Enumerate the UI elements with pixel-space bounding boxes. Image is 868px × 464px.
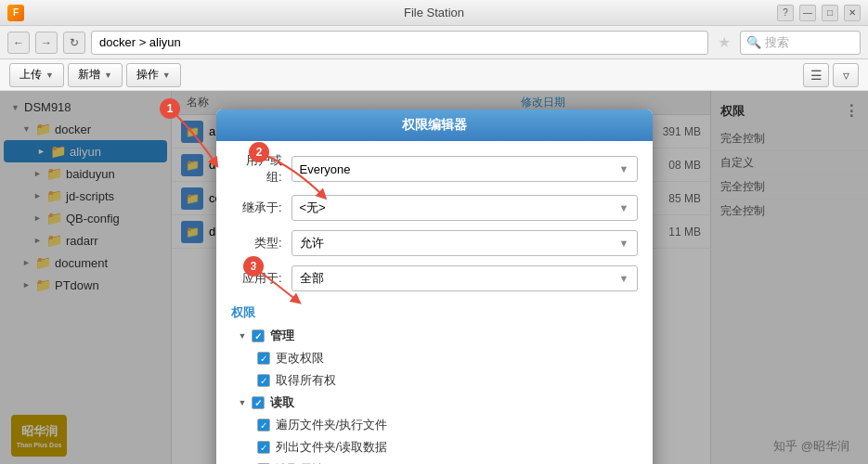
perm-item-label: 取得所有权 xyxy=(276,372,336,389)
type-label: 类型: xyxy=(231,235,291,251)
dropdown-arrow: ▼ xyxy=(619,163,629,174)
perm-group-read: ▼ ✓ 读取 ✓ 遍历文件夹/执行文件 ✓ 列出文件夹/读取数据 xyxy=(239,392,638,464)
list-view-button[interactable]: ☰ xyxy=(803,63,829,87)
checkbox-change-perm[interactable]: ✓ xyxy=(257,352,270,365)
checkbox-take-ownership[interactable]: ✓ xyxy=(257,374,270,387)
inherit-label: 继承于: xyxy=(231,200,291,216)
perm-group-label: 管理 xyxy=(270,328,294,344)
perm-item: ✓ 更改权限 xyxy=(239,347,638,369)
permissions-section: 权限 ▼ ✓ 管理 ✓ 更改权限 ✓ xyxy=(231,301,638,464)
perm-item: ✓ 取得所有权 xyxy=(239,369,638,392)
checkbox-list[interactable]: ✓ xyxy=(257,441,270,454)
type-value: 允许 xyxy=(300,235,324,251)
titlebar: F File Station ? — □ ✕ xyxy=(0,0,868,26)
favorite-button[interactable]: ★ xyxy=(714,33,734,51)
perm-item: ✓ 遍历文件夹/执行文件 xyxy=(239,414,638,436)
dropdown-arrow: ▼ xyxy=(619,238,629,249)
dropdown-arrow: ▼ xyxy=(619,202,629,213)
perm-item: ✓ 读取属性 xyxy=(239,458,638,464)
search-box[interactable]: 🔍 搜索 xyxy=(740,31,861,55)
forward-button[interactable]: → xyxy=(35,32,58,54)
user-group-select[interactable]: Everyone ▼ xyxy=(291,156,638,182)
window-controls[interactable]: ? — □ ✕ xyxy=(777,5,861,21)
back-button[interactable]: ← xyxy=(7,32,30,54)
perm-group-admin: ▼ ✓ 管理 ✓ 更改权限 ✓ 取得所有权 xyxy=(239,325,638,392)
upload-arrow: ▼ xyxy=(45,71,54,80)
perm-item-label: 更改权限 xyxy=(276,350,324,367)
type-row: 类型: 允许 ▼ xyxy=(231,230,638,256)
inherit-value: <无> xyxy=(300,200,326,216)
perm-item: ✓ 列出文件夹/读取数据 xyxy=(239,436,638,458)
dropdown-arrow: ▼ xyxy=(619,273,629,284)
upload-button[interactable]: 上传 ▼ xyxy=(9,63,64,87)
permissions-title[interactable]: 权限 xyxy=(231,301,638,325)
close-button[interactable]: ✕ xyxy=(844,5,861,21)
action-label: 操作 xyxy=(136,67,159,83)
new-arrow: ▼ xyxy=(104,71,112,80)
dialog-title: 权限编辑器 xyxy=(216,110,653,141)
upload-label: 上传 xyxy=(19,67,42,83)
expand-icon[interactable]: ▼ xyxy=(239,331,247,341)
apply-value: 全部 xyxy=(300,270,324,287)
perm-group-label: 读取 xyxy=(270,394,294,411)
search-icon: 🔍 xyxy=(746,35,761,49)
main-content: ▼ DSM918 ▼ 📁 docker ► 📁 aliyun ► 📁 baidu… xyxy=(0,91,868,464)
search-placeholder: 搜索 xyxy=(765,34,789,51)
perm-item-label: 列出文件夹/读取数据 xyxy=(276,439,388,456)
toolbar: 上传 ▼ 新增 ▼ 操作 ▼ ☰ ▿ xyxy=(0,59,868,91)
address-input[interactable] xyxy=(91,31,708,55)
checkbox-admin[interactable]: ✓ xyxy=(252,329,265,342)
action-arrow: ▼ xyxy=(162,71,171,80)
checkbox-read[interactable]: ✓ xyxy=(252,396,265,409)
dialog-body: 用户或组: Everyone ▼ 继承于: <无> ▼ 类型: xyxy=(216,141,653,464)
perm-group-admin-header: ▼ ✓ 管理 xyxy=(239,325,638,347)
apply-select[interactable]: 全部 ▼ xyxy=(291,265,638,291)
maximize-button[interactable]: □ xyxy=(822,5,838,21)
inherit-row: 继承于: <无> ▼ xyxy=(231,195,638,221)
apply-label: 应用于: xyxy=(231,270,291,287)
sort-button[interactable]: ▿ xyxy=(833,63,859,87)
expand-icon[interactable]: ▼ xyxy=(239,398,247,407)
type-select[interactable]: 允许 ▼ xyxy=(291,230,638,256)
app-icon: F xyxy=(7,5,24,21)
new-label: 新增 xyxy=(78,67,100,83)
new-button[interactable]: 新增 ▼ xyxy=(68,63,123,87)
permissions-dialog: 权限编辑器 用户或组: Everyone ▼ 继承于: <无> ▼ xyxy=(216,110,653,464)
action-button[interactable]: 操作 ▼ xyxy=(126,63,181,87)
minimize-button[interactable]: — xyxy=(799,5,816,21)
perm-item-label: 遍历文件夹/执行文件 xyxy=(276,417,388,433)
refresh-button[interactable]: ↻ xyxy=(63,32,85,54)
checkbox-traverse[interactable]: ✓ xyxy=(257,419,270,432)
window-title: File Station xyxy=(404,6,464,19)
apply-row: 应用于: 全部 ▼ xyxy=(231,265,638,291)
inherit-select[interactable]: <无> ▼ xyxy=(291,195,638,221)
addressbar: ← → ↻ ★ 🔍 搜索 xyxy=(0,26,868,59)
dialog-overlay: 权限编辑器 用户或组: Everyone ▼ 继承于: <无> ▼ xyxy=(0,91,868,464)
app-icon-box: F xyxy=(7,5,24,21)
toolbar-view-controls: ☰ ▿ xyxy=(803,63,859,87)
user-group-label: 用户或组: xyxy=(231,152,291,186)
user-group-value: Everyone xyxy=(300,162,351,176)
perm-group-read-header: ▼ ✓ 读取 xyxy=(239,392,638,414)
user-group-row: 用户或组: Everyone ▼ xyxy=(231,152,638,186)
help-button[interactable]: ? xyxy=(777,5,794,21)
